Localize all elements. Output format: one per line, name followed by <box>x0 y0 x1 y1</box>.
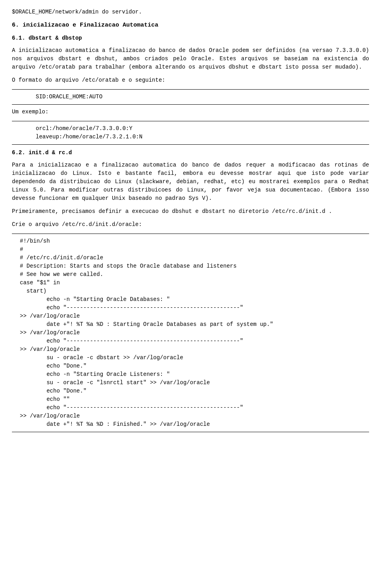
example-code: orcl:/home/oracle/7.3.3.0.0:Y leaveup:/h… <box>12 121 369 145</box>
create-file-label: Crie o arquivo /etc/rc.d/init.d/oracle: <box>12 220 369 229</box>
example-label: Um exemplo: <box>12 108 369 116</box>
section61-heading: 6.1. dbstart & dbstop <box>12 34 369 42</box>
oratab-intro: O formato do arquivo /etc/oratab e o seg… <box>12 76 369 84</box>
header-path: $ORACLE_HOME/network/admin do servidor. <box>12 8 369 16</box>
para3: Primeiramente, precisamos definir a exec… <box>12 207 369 216</box>
section62-heading: 6.2. init.d & rc.d <box>12 149 369 157</box>
para2: Para a inicializacao e a finalizacao aut… <box>12 161 369 203</box>
page-content: $ORACLE_HOME/network/admin do servidor. … <box>12 8 369 432</box>
section6-heading: 6. inicializacao e Finalizacao Automatic… <box>12 21 369 30</box>
para1: A inicializacao automatica a finalizacao… <box>12 46 369 71</box>
script-code-block: #!/bin/sh # # /etc/rc.d/init.d/oracle # … <box>12 234 369 432</box>
oratab-format-code: SID:ORACLE_HOME:AUTO <box>12 89 369 105</box>
